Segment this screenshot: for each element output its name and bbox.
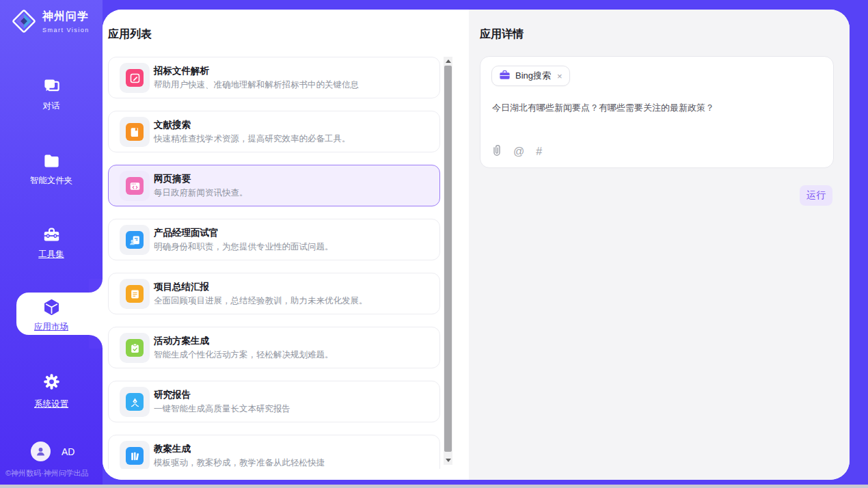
app-title: 网页摘要 bbox=[154, 173, 191, 185]
chat-icon bbox=[42, 77, 61, 98]
toolbox-icon bbox=[42, 226, 61, 247]
app-detail-panel: 应用详情 Bing搜索 × 今日湖北有哪些新闻要点？有哪些需要关注的最新政策？ bbox=[469, 10, 850, 480]
app-list-title: 应用列表 bbox=[108, 27, 152, 42]
sidebar-item-label: 应用市场 bbox=[0, 321, 103, 333]
tool-tag-bing-search[interactable]: Bing搜索 × bbox=[491, 66, 570, 86]
app-list: 招标文件解析 帮助用户快速、准确地理解和解析招标书中的关键信息 文献搜索 快速精… bbox=[108, 57, 440, 469]
scrollbar-down-button[interactable] bbox=[444, 456, 452, 465]
tool-tag-label: Bing搜索 bbox=[515, 70, 551, 82]
app-title: 招标文件解析 bbox=[154, 65, 209, 77]
app-icon bbox=[120, 63, 150, 93]
sidebar-item-app-market[interactable]: 应用市场 bbox=[0, 298, 103, 333]
app-list-panel: 应用列表 招标文件解析 帮助用户快速、准确地理解和解析招标书中的关键信息 bbox=[103, 10, 469, 480]
app-description: 全面回顾项目进展，总结经验教训，助力未来优化发展。 bbox=[154, 295, 368, 307]
app-title: 活动方案生成 bbox=[154, 335, 209, 347]
sidebar: 神州问学 Smart Vision 对话 智能文件夹 bbox=[0, 0, 103, 485]
paperclip-icon[interactable] bbox=[492, 144, 502, 159]
app-description: 明确身份和职责，为您提供专业性的面试问题。 bbox=[154, 241, 334, 253]
app-card-project-summary[interactable]: 项目总结汇报 全面回顾项目进展，总结经验教训，助力未来优化发展。 bbox=[108, 273, 440, 314]
run-button[interactable]: 运行 bbox=[800, 185, 832, 206]
app-description: 每日政府新闻资讯快查。 bbox=[154, 187, 248, 199]
app-title: 项目总结汇报 bbox=[154, 281, 209, 293]
avatar bbox=[31, 442, 51, 461]
sidebar-item-label: 智能文件夹 bbox=[0, 175, 103, 187]
app-icon bbox=[120, 279, 150, 309]
app-list-scrollbar[interactable] bbox=[444, 57, 452, 465]
app-description: 模板驱动，教案秒成，教学准备从此轻松快捷 bbox=[154, 457, 325, 469]
app-title: 研究报告 bbox=[154, 389, 191, 401]
app-card-literature-search[interactable]: 文献搜索 快速精准查找学术资源，提高研究效率的必备工具。 bbox=[108, 111, 440, 152]
user-account[interactable]: AD bbox=[31, 442, 74, 461]
sidebar-footer-credit: ©神州数码·神州问学出品 bbox=[5, 468, 89, 478]
app-title: 教案生成 bbox=[154, 443, 191, 455]
briefcase-icon bbox=[499, 70, 511, 83]
app-card-pm-interviewer[interactable]: 产品经理面试官 明确身份和职责，为您提供专业性的面试问题。 bbox=[108, 219, 440, 260]
app-icon bbox=[120, 117, 150, 147]
app-card-event-plan-generation[interactable]: 活动方案生成 智能生成个性化活动方案，轻松解决规划难题。 bbox=[108, 327, 440, 368]
app-card-webpage-summary[interactable]: 网页摘要 每日政府新闻资讯快查。 bbox=[108, 165, 440, 206]
app-title: 文献搜索 bbox=[154, 119, 191, 131]
sidebar-item-label: 系统设置 bbox=[0, 398, 103, 410]
sidebar-item-chat[interactable]: 对话 bbox=[0, 77, 103, 112]
app-description: 帮助用户快速、准确地理解和解析招标书中的关键信息 bbox=[154, 79, 359, 91]
app-description: 一键智能生成高质量长文本研究报告 bbox=[154, 403, 290, 415]
clipboard-check-icon bbox=[126, 339, 144, 357]
app-title: 产品经理面试官 bbox=[154, 227, 219, 239]
sidebar-item-label: 对话 bbox=[0, 100, 103, 112]
app-card-bid-document-analysis[interactable]: 招标文件解析 帮助用户快速、准确地理解和解析招标书中的关键信息 bbox=[108, 57, 440, 98]
app-icon bbox=[120, 225, 150, 255]
user-name: AD bbox=[62, 446, 74, 457]
gear-icon bbox=[42, 372, 61, 394]
sidebar-item-smart-folder[interactable]: 智能文件夹 bbox=[0, 152, 103, 187]
app-description: 智能生成个性化活动方案，轻松解决规划难题。 bbox=[154, 349, 334, 361]
books-icon bbox=[126, 447, 144, 465]
app-icon bbox=[120, 387, 150, 417]
brand-logo: 神州问学 Smart Vision bbox=[11, 8, 103, 37]
active-tab-curve-top bbox=[89, 279, 103, 293]
app-icon bbox=[120, 333, 150, 363]
app-card-research-report[interactable]: 研究报告 一键智能生成高质量长文本研究报告 bbox=[108, 381, 440, 422]
app-description: 快速精准查找学术资源，提高研究效率的必备工具。 bbox=[154, 133, 351, 145]
brand-name: 神州问学 bbox=[42, 10, 89, 22]
app-card-lesson-plan-generation[interactable]: 教案生成 模板驱动，教案秒成，教学准备从此轻松快捷 bbox=[108, 435, 440, 469]
scroll-down-arrow-icon bbox=[446, 459, 451, 462]
report-note-icon bbox=[126, 285, 144, 303]
edit-document-icon bbox=[126, 69, 144, 87]
sidebar-item-toolset[interactable]: 工具集 bbox=[0, 226, 103, 260]
scroll-up-arrow-icon bbox=[446, 59, 451, 63]
ink-pen-icon bbox=[126, 393, 144, 411]
main-content: 应用列表 招标文件解析 帮助用户快速、准确地理解和解析招标书中的关键信息 bbox=[103, 10, 850, 480]
brand-subtitle: Smart Vision bbox=[42, 27, 90, 33]
sidebar-item-system-settings[interactable]: 系统设置 bbox=[0, 372, 103, 410]
diamond-logo-icon bbox=[11, 8, 37, 37]
query-input-card[interactable]: Bing搜索 × 今日湖北有哪些新闻要点？有哪些需要关注的最新政策？ @ # bbox=[480, 56, 834, 168]
query-text[interactable]: 今日湖北有哪些新闻要点？有哪些需要关注的最新政策？ bbox=[492, 102, 820, 114]
scrollbar-up-button[interactable] bbox=[444, 57, 452, 66]
close-icon[interactable]: × bbox=[557, 71, 562, 81]
interviewer-icon bbox=[126, 231, 144, 249]
folder-icon bbox=[42, 152, 61, 173]
cube-icon bbox=[42, 298, 61, 319]
app-icon bbox=[120, 171, 150, 201]
app-detail-title: 应用详情 bbox=[480, 27, 524, 42]
book-icon bbox=[126, 123, 144, 141]
app-icon bbox=[120, 441, 150, 469]
sidebar-item-label: 工具集 bbox=[0, 249, 103, 260]
scrollbar-thumb[interactable] bbox=[444, 66, 452, 452]
active-tab-curve-bottom bbox=[89, 335, 103, 349]
brand-text: 神州问学 Smart Vision bbox=[42, 10, 103, 35]
hash-icon[interactable]: # bbox=[536, 146, 542, 157]
input-toolbar: @ # bbox=[492, 144, 542, 159]
webpage-code-icon bbox=[126, 177, 144, 195]
at-icon[interactable]: @ bbox=[513, 146, 524, 157]
window-bottom-strip bbox=[0, 485, 868, 488]
user-avatar-icon bbox=[35, 446, 46, 457]
